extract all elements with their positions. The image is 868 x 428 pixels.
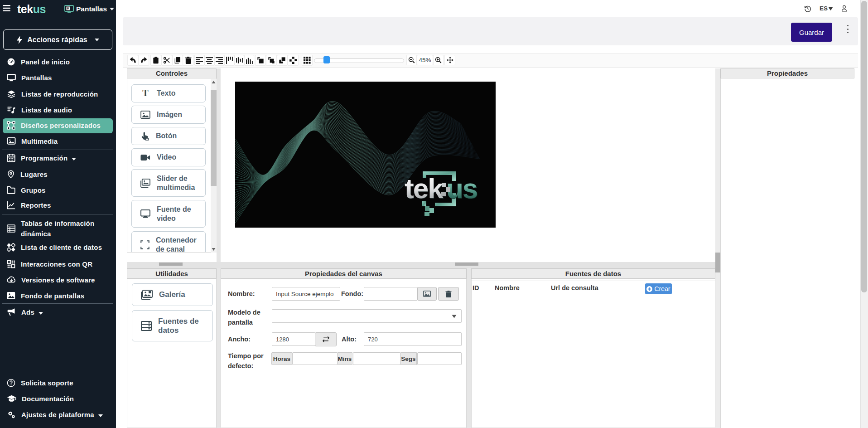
svg-text:us: us (447, 173, 477, 204)
svg-text:K: K (67, 6, 70, 10)
svg-text:tek: tek (405, 173, 444, 204)
svg-text:tek: tek (405, 173, 444, 204)
svg-text:us: us (446, 173, 477, 204)
svg-text:T: T (142, 89, 149, 98)
